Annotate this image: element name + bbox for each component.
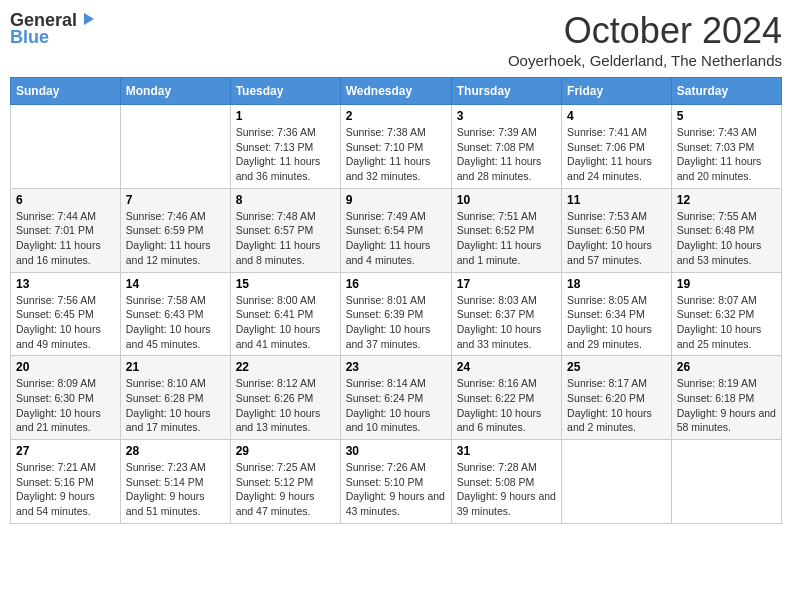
day-number: 7 [126, 193, 225, 207]
day-number: 25 [567, 360, 666, 374]
day-number: 12 [677, 193, 776, 207]
day-number: 18 [567, 277, 666, 291]
day-info: Sunrise: 8:03 AM Sunset: 6:37 PM Dayligh… [457, 293, 556, 352]
day-info: Sunrise: 7:48 AM Sunset: 6:57 PM Dayligh… [236, 209, 335, 268]
calendar-cell: 27Sunrise: 7:21 AM Sunset: 5:16 PM Dayli… [11, 440, 121, 524]
day-number: 24 [457, 360, 556, 374]
day-info: Sunrise: 7:53 AM Sunset: 6:50 PM Dayligh… [567, 209, 666, 268]
calendar-cell: 5Sunrise: 7:43 AM Sunset: 7:03 PM Daylig… [671, 105, 781, 189]
calendar-header-monday: Monday [120, 78, 230, 105]
calendar-header-wednesday: Wednesday [340, 78, 451, 105]
calendar-cell: 10Sunrise: 7:51 AM Sunset: 6:52 PM Dayli… [451, 188, 561, 272]
day-number: 20 [16, 360, 115, 374]
day-info: Sunrise: 7:28 AM Sunset: 5:08 PM Dayligh… [457, 460, 556, 519]
calendar-cell: 19Sunrise: 8:07 AM Sunset: 6:32 PM Dayli… [671, 272, 781, 356]
day-number: 26 [677, 360, 776, 374]
day-number: 23 [346, 360, 446, 374]
day-info: Sunrise: 7:25 AM Sunset: 5:12 PM Dayligh… [236, 460, 335, 519]
calendar-week-3: 13Sunrise: 7:56 AM Sunset: 6:45 PM Dayli… [11, 272, 782, 356]
calendar-week-1: 1Sunrise: 7:36 AM Sunset: 7:13 PM Daylig… [11, 105, 782, 189]
day-info: Sunrise: 7:26 AM Sunset: 5:10 PM Dayligh… [346, 460, 446, 519]
day-info: Sunrise: 7:55 AM Sunset: 6:48 PM Dayligh… [677, 209, 776, 268]
location: Ooyerhoek, Gelderland, The Netherlands [508, 52, 782, 69]
calendar-cell: 12Sunrise: 7:55 AM Sunset: 6:48 PM Dayli… [671, 188, 781, 272]
calendar-week-5: 27Sunrise: 7:21 AM Sunset: 5:16 PM Dayli… [11, 440, 782, 524]
day-info: Sunrise: 7:21 AM Sunset: 5:16 PM Dayligh… [16, 460, 115, 519]
calendar-cell: 6Sunrise: 7:44 AM Sunset: 7:01 PM Daylig… [11, 188, 121, 272]
day-number: 30 [346, 444, 446, 458]
calendar-cell: 7Sunrise: 7:46 AM Sunset: 6:59 PM Daylig… [120, 188, 230, 272]
day-number: 21 [126, 360, 225, 374]
day-number: 22 [236, 360, 335, 374]
day-number: 9 [346, 193, 446, 207]
calendar-header-row: SundayMondayTuesdayWednesdayThursdayFrid… [11, 78, 782, 105]
day-number: 3 [457, 109, 556, 123]
calendar-cell: 31Sunrise: 7:28 AM Sunset: 5:08 PM Dayli… [451, 440, 561, 524]
day-number: 11 [567, 193, 666, 207]
calendar-cell: 22Sunrise: 8:12 AM Sunset: 6:26 PM Dayli… [230, 356, 340, 440]
day-info: Sunrise: 7:43 AM Sunset: 7:03 PM Dayligh… [677, 125, 776, 184]
calendar-cell: 30Sunrise: 7:26 AM Sunset: 5:10 PM Dayli… [340, 440, 451, 524]
day-number: 28 [126, 444, 225, 458]
day-number: 29 [236, 444, 335, 458]
calendar-cell: 13Sunrise: 7:56 AM Sunset: 6:45 PM Dayli… [11, 272, 121, 356]
calendar-cell: 24Sunrise: 8:16 AM Sunset: 6:22 PM Dayli… [451, 356, 561, 440]
calendar-cell [120, 105, 230, 189]
calendar-cell [562, 440, 672, 524]
calendar-cell: 4Sunrise: 7:41 AM Sunset: 7:06 PM Daylig… [562, 105, 672, 189]
day-number: 16 [346, 277, 446, 291]
calendar-cell: 9Sunrise: 7:49 AM Sunset: 6:54 PM Daylig… [340, 188, 451, 272]
day-number: 14 [126, 277, 225, 291]
logo: General Blue [10, 10, 96, 48]
day-info: Sunrise: 8:10 AM Sunset: 6:28 PM Dayligh… [126, 376, 225, 435]
day-info: Sunrise: 8:05 AM Sunset: 6:34 PM Dayligh… [567, 293, 666, 352]
day-number: 4 [567, 109, 666, 123]
logo-blue: Blue [10, 27, 49, 48]
day-number: 27 [16, 444, 115, 458]
calendar-cell: 3Sunrise: 7:39 AM Sunset: 7:08 PM Daylig… [451, 105, 561, 189]
day-info: Sunrise: 7:39 AM Sunset: 7:08 PM Dayligh… [457, 125, 556, 184]
day-number: 1 [236, 109, 335, 123]
calendar-cell: 20Sunrise: 8:09 AM Sunset: 6:30 PM Dayli… [11, 356, 121, 440]
calendar-cell: 26Sunrise: 8:19 AM Sunset: 6:18 PM Dayli… [671, 356, 781, 440]
day-number: 10 [457, 193, 556, 207]
calendar-cell: 21Sunrise: 8:10 AM Sunset: 6:28 PM Dayli… [120, 356, 230, 440]
day-info: Sunrise: 8:01 AM Sunset: 6:39 PM Dayligh… [346, 293, 446, 352]
day-info: Sunrise: 8:17 AM Sunset: 6:20 PM Dayligh… [567, 376, 666, 435]
day-number: 5 [677, 109, 776, 123]
calendar-header-saturday: Saturday [671, 78, 781, 105]
calendar-header-thursday: Thursday [451, 78, 561, 105]
calendar-cell: 18Sunrise: 8:05 AM Sunset: 6:34 PM Dayli… [562, 272, 672, 356]
day-info: Sunrise: 7:23 AM Sunset: 5:14 PM Dayligh… [126, 460, 225, 519]
calendar-cell: 11Sunrise: 7:53 AM Sunset: 6:50 PM Dayli… [562, 188, 672, 272]
day-number: 31 [457, 444, 556, 458]
calendar-cell: 17Sunrise: 8:03 AM Sunset: 6:37 PM Dayli… [451, 272, 561, 356]
calendar-week-4: 20Sunrise: 8:09 AM Sunset: 6:30 PM Dayli… [11, 356, 782, 440]
day-info: Sunrise: 7:49 AM Sunset: 6:54 PM Dayligh… [346, 209, 446, 268]
calendar-cell [671, 440, 781, 524]
page-header: General Blue October 2024 Ooyerhoek, Gel… [10, 10, 782, 69]
calendar-cell: 28Sunrise: 7:23 AM Sunset: 5:14 PM Dayli… [120, 440, 230, 524]
day-info: Sunrise: 8:07 AM Sunset: 6:32 PM Dayligh… [677, 293, 776, 352]
calendar-cell: 16Sunrise: 8:01 AM Sunset: 6:39 PM Dayli… [340, 272, 451, 356]
day-number: 15 [236, 277, 335, 291]
calendar-cell [11, 105, 121, 189]
day-number: 19 [677, 277, 776, 291]
svg-marker-0 [84, 13, 94, 25]
day-info: Sunrise: 7:46 AM Sunset: 6:59 PM Dayligh… [126, 209, 225, 268]
day-number: 17 [457, 277, 556, 291]
day-info: Sunrise: 7:44 AM Sunset: 7:01 PM Dayligh… [16, 209, 115, 268]
calendar-cell: 15Sunrise: 8:00 AM Sunset: 6:41 PM Dayli… [230, 272, 340, 356]
day-info: Sunrise: 8:09 AM Sunset: 6:30 PM Dayligh… [16, 376, 115, 435]
calendar-cell: 29Sunrise: 7:25 AM Sunset: 5:12 PM Dayli… [230, 440, 340, 524]
calendar-cell: 23Sunrise: 8:14 AM Sunset: 6:24 PM Dayli… [340, 356, 451, 440]
day-number: 8 [236, 193, 335, 207]
day-info: Sunrise: 8:14 AM Sunset: 6:24 PM Dayligh… [346, 376, 446, 435]
day-info: Sunrise: 7:56 AM Sunset: 6:45 PM Dayligh… [16, 293, 115, 352]
day-info: Sunrise: 7:36 AM Sunset: 7:13 PM Dayligh… [236, 125, 335, 184]
calendar-header-friday: Friday [562, 78, 672, 105]
calendar-cell: 25Sunrise: 8:17 AM Sunset: 6:20 PM Dayli… [562, 356, 672, 440]
calendar-table: SundayMondayTuesdayWednesdayThursdayFrid… [10, 77, 782, 524]
day-number: 2 [346, 109, 446, 123]
calendar-header-tuesday: Tuesday [230, 78, 340, 105]
